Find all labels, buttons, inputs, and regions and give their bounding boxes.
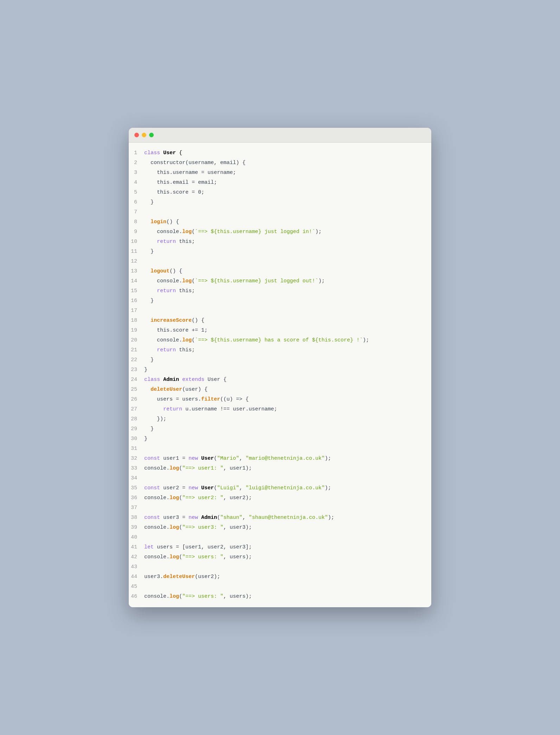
code-line: 6 } <box>129 197 431 207</box>
code-line: 46 console.log("==> users: ", users); <box>129 592 431 602</box>
code-line: 33 console.log("==> user1: ", user1); <box>129 464 431 473</box>
code-line: 17 <box>129 306 431 316</box>
code-line: 44 user3.deleteUser(user2); <box>129 572 431 582</box>
code-line: 24 class Admin extends User { <box>129 375 431 385</box>
code-editor: 1 class User { 2 constructor(username, e… <box>129 143 431 607</box>
code-line: 19 this.score += 1; <box>129 326 431 335</box>
code-line: 45 <box>129 582 431 592</box>
code-line: 27 return u.username !== user.username; <box>129 404 431 414</box>
code-line: 37 <box>129 503 431 513</box>
code-line: 7 <box>129 207 431 217</box>
code-line: 8 login() { <box>129 217 431 227</box>
code-line: 28 }); <box>129 414 431 424</box>
maximize-button[interactable] <box>149 133 154 137</box>
code-line: 12 <box>129 257 431 266</box>
code-line: 10 return this; <box>129 237 431 247</box>
code-line: 4 this.email = email; <box>129 178 431 188</box>
code-line: 26 users = users.filter((u) => { <box>129 395 431 404</box>
code-line: 21 return this; <box>129 345 431 355</box>
code-line: 32 const user1 = new User("Mario", "mari… <box>129 454 431 464</box>
code-line: 11 } <box>129 247 431 257</box>
code-line: 29 } <box>129 424 431 434</box>
code-window: 1 class User { 2 constructor(username, e… <box>129 128 431 607</box>
code-line: 22 } <box>129 355 431 365</box>
code-line: 36 console.log("==> user2: ", user2); <box>129 493 431 503</box>
close-button[interactable] <box>134 133 139 137</box>
code-line: 39 console.log("==> user3: ", user3); <box>129 523 431 533</box>
code-line: 14 console.log(`==> ${this.username} jus… <box>129 276 431 286</box>
code-line: 43 <box>129 562 431 572</box>
code-line: 31 <box>129 444 431 454</box>
code-line: 34 <box>129 473 431 483</box>
code-line: 23 } <box>129 365 431 375</box>
code-line: 41 let users = [user1, user2, user3]; <box>129 542 431 552</box>
code-line: 13 logout() { <box>129 266 431 276</box>
code-line: 30 } <box>129 434 431 444</box>
code-line: 5 this.score = 0; <box>129 188 431 197</box>
code-line: 35 const user2 = new User("Luigi", "luig… <box>129 483 431 493</box>
code-line: 16 } <box>129 296 431 306</box>
code-line: 3 this.username = username; <box>129 168 431 178</box>
code-line: 40 <box>129 533 431 542</box>
code-line: 1 class User { <box>129 148 431 158</box>
code-line: 20 console.log(`==> ${this.username} has… <box>129 335 431 345</box>
code-line: 25 deleteUser(user) { <box>129 385 431 395</box>
code-line: 38 const user3 = new Admin("shaun", "sha… <box>129 513 431 523</box>
minimize-button[interactable] <box>142 133 146 137</box>
code-line: 18 increaseScore() { <box>129 316 431 326</box>
code-line: 15 return this; <box>129 286 431 296</box>
code-line: 9 console.log(`==> ${this.username} just… <box>129 227 431 237</box>
titlebar <box>129 128 431 143</box>
code-line: 42 console.log("==> users: ", users); <box>129 552 431 562</box>
code-line: 2 constructor(username, email) { <box>129 158 431 168</box>
